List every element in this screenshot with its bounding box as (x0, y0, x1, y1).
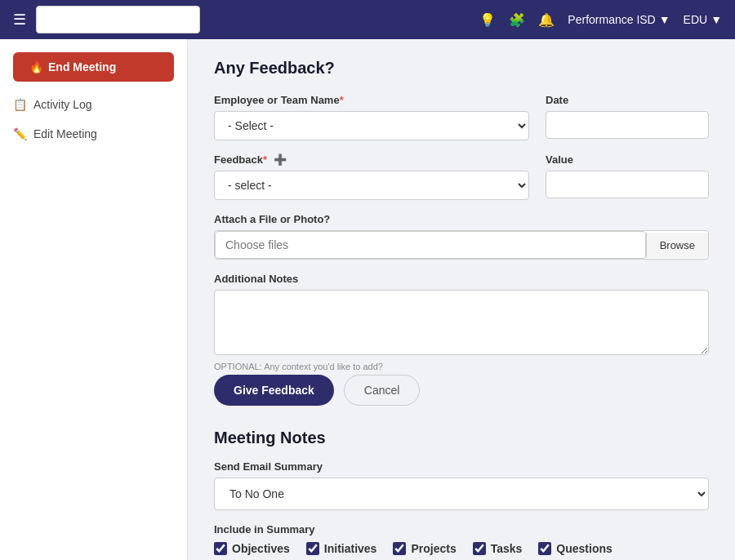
date-group: Date 05/23/2023 (546, 94, 709, 140)
objectives-label: Objectives (232, 542, 290, 555)
notes-group: Additional Notes OPTIONAL: Any context y… (214, 273, 709, 371)
feedback-section-title: Any Feedback? (214, 59, 709, 78)
puzzle-icon[interactable]: 🧩 (509, 12, 525, 28)
notes-textarea[interactable] (214, 290, 709, 355)
feedback-required-star: * (263, 153, 267, 166)
checkbox-initiatives[interactable]: Initiatives (306, 542, 377, 555)
bell-icon[interactable]: 🔔 (538, 12, 555, 28)
questions-label: Questions (556, 542, 612, 555)
meeting-notes-title: Meeting Notes (214, 429, 709, 447)
attach-group: Attach a File or Photo? Browse (214, 213, 709, 260)
navbar-right: 💡 🧩 🔔 Performance ISD ▼ EDU ▼ (479, 12, 722, 28)
send-email-label: Send Email Summary (214, 460, 709, 473)
projects-checkbox[interactable] (393, 542, 406, 555)
feedback-select[interactable]: - select - (214, 171, 529, 200)
value-group: Value 0 (546, 153, 709, 200)
org-label: Performance ISD (568, 13, 655, 26)
checkbox-objectives[interactable]: Objectives (214, 542, 290, 555)
employee-select[interactable]: - Select - (214, 111, 529, 140)
feedback-actions: Give Feedback Cancel (214, 375, 709, 406)
initiatives-checkbox[interactable] (306, 542, 319, 555)
employee-label: Employee or Team Name* (214, 94, 529, 106)
value-label: Value (546, 153, 709, 166)
add-feedback-icon[interactable]: ➕ (274, 153, 287, 166)
employee-date-row: Employee or Team Name* - Select - Date 0… (214, 94, 709, 140)
layout: 🔥 End Meeting 📋 Activity Log ✏️ Edit Mee… (0, 39, 735, 560)
send-email-select[interactable]: To No OneTo Meeting ParticipantsTo All (214, 478, 709, 510)
notes-hint: OPTIONAL: Any context you'd like to add? (214, 362, 709, 371)
checkboxes-row: Objectives Initiatives Projects Tasks Qu… (214, 542, 709, 555)
notes-label: Additional Notes (214, 273, 709, 285)
sidebar-item-edit-meeting[interactable]: ✏️ Edit Meeting (0, 121, 187, 147)
file-input[interactable] (215, 231, 646, 259)
browse-button[interactable]: Browse (646, 233, 708, 258)
file-attach-row: Browse (214, 230, 709, 260)
feedback-label: Feedback* ➕ (214, 153, 529, 166)
sidebar-item-activity-log[interactable]: 📋 Activity Log (0, 91, 187, 118)
meeting-notes-section: Meeting Notes Send Email Summary To No O… (214, 429, 709, 560)
search-input[interactable] (36, 6, 200, 33)
date-label: Date (546, 94, 709, 106)
required-star: * (340, 94, 344, 106)
fire-icon: 🔥 (29, 60, 43, 73)
checkbox-projects[interactable]: Projects (393, 542, 456, 555)
main-content: Any Feedback? Employee or Team Name* - S… (188, 39, 735, 560)
initiatives-label: Initiatives (324, 542, 377, 555)
navbar-left: ☰ (13, 6, 200, 33)
feedback-group: Feedback* ➕ - select - (214, 153, 529, 200)
hamburger-icon[interactable]: ☰ (13, 11, 26, 29)
feedback-value-row: Feedback* ➕ - select - Value 0 (214, 153, 709, 200)
user-label: EDU (684, 13, 708, 26)
sidebar-item-label: Activity Log (33, 98, 92, 111)
sidebar: 🔥 End Meeting 📋 Activity Log ✏️ Edit Mee… (0, 39, 188, 560)
checkbox-questions[interactable]: Questions (538, 542, 612, 555)
projects-label: Projects (411, 542, 456, 555)
tasks-checkbox[interactable] (473, 542, 486, 555)
tasks-label: Tasks (491, 542, 523, 555)
give-feedback-button[interactable]: Give Feedback (214, 375, 334, 406)
checkbox-tasks[interactable]: Tasks (473, 542, 523, 555)
org-selector[interactable]: Performance ISD ▼ (568, 13, 670, 26)
value-input[interactable]: 0 (546, 171, 709, 198)
activity-log-icon: 📋 (13, 98, 27, 111)
include-label: Include in Summary (214, 523, 709, 536)
sidebar-item-label: Edit Meeting (33, 127, 97, 140)
objectives-checkbox[interactable] (214, 542, 227, 555)
edit-icon: ✏️ (13, 127, 27, 140)
user-chevron-icon: ▼ (710, 13, 722, 26)
navbar: ☰ 💡 🧩 🔔 Performance ISD ▼ EDU ▼ (0, 0, 735, 39)
employee-group: Employee or Team Name* - Select - (214, 94, 529, 140)
cancel-button[interactable]: Cancel (344, 375, 421, 406)
attach-label: Attach a File or Photo? (214, 213, 709, 225)
end-meeting-button[interactable]: 🔥 End Meeting (13, 52, 174, 82)
date-input[interactable]: 05/23/2023 (546, 111, 709, 139)
org-chevron-icon: ▼ (659, 13, 670, 26)
questions-checkbox[interactable] (538, 542, 551, 555)
user-selector[interactable]: EDU ▼ (684, 13, 722, 26)
lightbulb-icon[interactable]: 💡 (479, 12, 496, 28)
end-meeting-label: End Meeting (48, 60, 116, 73)
